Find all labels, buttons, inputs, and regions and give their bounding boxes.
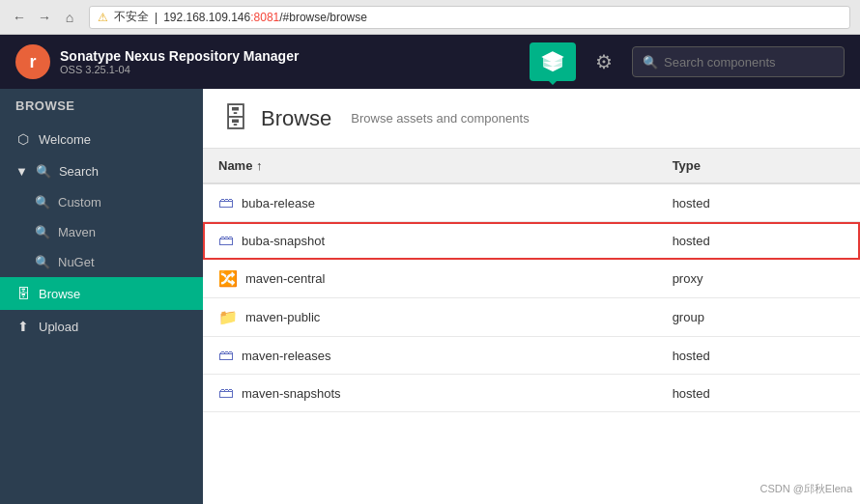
app-container: r Sonatype Nexus Repository Manager OSS …	[0, 35, 860, 504]
repo-name: maven-releases	[242, 349, 331, 363]
table-row[interactable]: 🔀maven-centralproxy	[203, 260, 860, 298]
top-header: r Sonatype Nexus Repository Manager OSS …	[0, 35, 860, 89]
repo-name: maven-snapshots	[242, 386, 341, 401]
back-button[interactable]: ←	[10, 8, 29, 27]
column-name[interactable]: Name ↑	[203, 149, 657, 183]
address-bar[interactable]: ⚠ 不安全 | 192.168.109.146:8081/#browse/bro…	[89, 6, 850, 29]
repo-type-icon: 🗃	[218, 194, 234, 211]
settings-button[interactable]: ⚙	[588, 42, 620, 81]
table-row[interactable]: 📁maven-publicgroup	[203, 298, 860, 337]
app-title: Sonatype Nexus Repository Manager OSS 3.…	[60, 48, 299, 75]
sidebar-item-welcome[interactable]: ⬡ Welcome	[0, 123, 203, 155]
expand-icon: ▼	[15, 164, 28, 179]
sidebar-item-label-upload: Upload	[39, 320, 78, 334]
app-version: OSS 3.25.1-04	[60, 64, 299, 75]
column-type-label: Type	[673, 158, 701, 173]
repo-type-icon: 🔀	[218, 269, 238, 288]
sidebar-item-browse[interactable]: 🗄 Browse	[0, 277, 203, 310]
sidebar-item-nuget[interactable]: 🔍 NuGet	[0, 247, 203, 277]
cell-name: 📁maven-public	[203, 298, 657, 336]
content-title: Browse	[261, 106, 331, 131]
cell-type: proxy	[657, 260, 860, 298]
repo-name: maven-central	[245, 271, 325, 286]
sidebar-item-search[interactable]: ▼ 🔍 Search	[0, 155, 203, 187]
sidebar-item-label-nuget: NuGet	[58, 255, 95, 269]
custom-search-icon: 🔍	[35, 195, 50, 210]
repo-type-icon: 🗃	[218, 347, 234, 364]
nuget-search-icon: 🔍	[35, 255, 50, 269]
content-header-icon: 🗄	[222, 102, 249, 134]
cell-name: 🗃maven-releases	[203, 337, 657, 374]
cell-type: hosted	[657, 222, 860, 260]
sidebar-item-label-search: Search	[59, 164, 99, 179]
search-bar[interactable]: 🔍	[632, 46, 845, 77]
home-button[interactable]: ⌂	[60, 8, 79, 27]
search-input[interactable]	[664, 55, 834, 70]
gear-icon: ⚙	[595, 51, 613, 72]
security-warning-text: 不安全	[114, 9, 149, 25]
cell-name: 🔀maven-central	[203, 260, 657, 297]
watermark: CSDN @邱秋Elena	[760, 482, 852, 496]
cell-type: hosted	[657, 375, 860, 412]
cell-type: hosted	[657, 183, 860, 222]
sidebar-item-label-browse: Browse	[39, 287, 80, 301]
sidebar-section-title: Browse	[0, 89, 203, 123]
column-name-label: Name ↑	[218, 158, 263, 173]
url-separator: |	[155, 11, 158, 24]
table-row[interactable]: 🗃buba-snapshothosted	[203, 222, 860, 260]
content-subtitle: Browse assets and components	[351, 111, 529, 126]
url-text: 192.168.109.146:8081/#browse/browse	[163, 11, 367, 24]
content-header: 🗄 Browse Browse assets and components	[203, 89, 860, 149]
browse-header-button[interactable]	[530, 42, 576, 81]
app-logo: r Sonatype Nexus Repository Manager OSS …	[15, 44, 299, 79]
forward-button[interactable]: →	[35, 8, 54, 27]
table-header-row: Name ↑ Type	[203, 149, 860, 183]
table-row[interactable]: 🗃buba-releasehosted	[203, 183, 860, 222]
welcome-icon: ⬡	[15, 131, 31, 147]
logo-icon: r	[15, 44, 50, 79]
sidebar-item-label-welcome: Welcome	[39, 132, 91, 147]
sidebar-item-custom[interactable]: 🔍 Custom	[0, 187, 203, 217]
repo-type-icon: 📁	[218, 308, 238, 326]
column-type[interactable]: Type	[657, 149, 860, 183]
sidebar-item-label-maven: Maven	[58, 225, 96, 239]
table-row[interactable]: 🗃maven-releaseshosted	[203, 337, 860, 375]
repo-name: maven-public	[245, 310, 320, 324]
cube-icon	[541, 50, 564, 73]
nav-buttons: ← → ⌂	[10, 8, 79, 27]
cell-type: group	[657, 298, 860, 337]
content-area: 🗄 Browse Browse assets and components Na…	[203, 89, 860, 504]
sidebar-item-upload[interactable]: ⬆ Upload	[0, 310, 203, 343]
browser-chrome: ← → ⌂ ⚠ 不安全 | 192.168.109.146:8081/#brow…	[0, 0, 860, 35]
repository-table: Name ↑ Type 🗃buba-releasehosted🗃buba-sna…	[203, 149, 860, 412]
repo-name: buba-release	[242, 196, 315, 210]
search-nav-icon: 🔍	[36, 164, 51, 179]
maven-search-icon: 🔍	[35, 225, 50, 239]
browse-nav-icon: 🗄	[15, 286, 31, 301]
repo-type-icon: 🗃	[218, 232, 234, 249]
repo-type-icon: 🗃	[218, 384, 234, 402]
upload-icon: ⬆	[15, 319, 31, 334]
search-icon: 🔍	[643, 55, 658, 70]
sidebar-item-label-custom: Custom	[58, 195, 101, 210]
cell-name: 🗃maven-snapshots	[203, 375, 657, 411]
cell-name: 🗃buba-snapshot	[203, 222, 657, 259]
sidebar-item-maven[interactable]: 🔍 Maven	[0, 217, 203, 247]
app-title-main: Sonatype Nexus Repository Manager	[60, 48, 299, 64]
table-row[interactable]: 🗃maven-snapshotshosted	[203, 375, 860, 412]
cell-name: 🗃buba-release	[203, 184, 657, 221]
sidebar: Browse ⬡ Welcome ▼ 🔍 Search 🔍 Custom 🔍 M…	[0, 89, 203, 504]
cell-type: hosted	[657, 337, 860, 375]
security-warning-icon: ⚠	[98, 11, 108, 24]
main-area: Browse ⬡ Welcome ▼ 🔍 Search 🔍 Custom 🔍 M…	[0, 89, 860, 504]
repo-name: buba-snapshot	[242, 234, 325, 248]
